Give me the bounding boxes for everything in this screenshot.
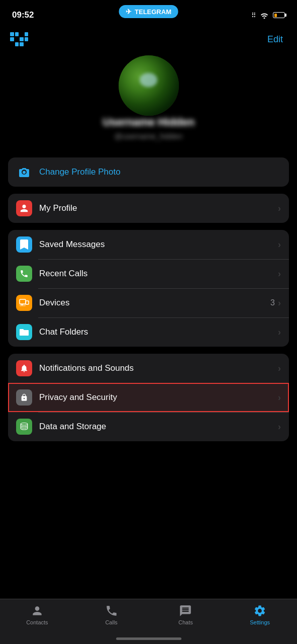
svg-rect-29 — [152, 76, 158, 83]
signal-icon: ⠿ — [251, 12, 256, 19]
privacy-security-label: Privacy and Security — [39, 392, 278, 403]
chevron-icon: › — [278, 327, 281, 338]
svg-rect-5 — [134, 64, 139, 69]
devices-badge: 3 — [270, 298, 275, 307]
svg-rect-49 — [156, 90, 162, 95]
svg-rect-74 — [20, 304, 26, 306]
camera-icon — [16, 164, 32, 180]
home-indicator — [116, 637, 181, 640]
devices-item[interactable]: Devices 3 › — [8, 288, 289, 317]
svg-rect-25 — [132, 74, 137, 82]
change-photo-label: Change Profile Photo — [39, 167, 121, 177]
svg-rect-18 — [146, 68, 150, 74]
bookmark-icon — [16, 236, 32, 253]
svg-rect-66 — [146, 100, 152, 107]
my-profile-item[interactable]: My Profile › — [8, 194, 289, 223]
svg-point-33 — [139, 78, 153, 91]
qr-icon[interactable] — [10, 32, 28, 50]
svg-rect-7 — [141, 65, 146, 71]
svg-rect-23 — [121, 75, 126, 82]
status-bar: 09:52 ✈ TELEGRAM ⠿ — [0, 0, 297, 27]
svg-rect-48 — [151, 88, 156, 95]
svg-rect-22 — [166, 69, 172, 74]
svg-rect-37 — [126, 82, 132, 88]
svg-point-1 — [119, 55, 179, 116]
svg-rect-59 — [160, 95, 165, 101]
svg-rect-15 — [130, 73, 135, 78]
svg-rect-14 — [124, 70, 130, 75]
wifi-icon — [260, 12, 269, 19]
data-storage-item[interactable]: Data and Storage › — [8, 412, 289, 441]
notifications-sounds-label: Notifications and Sounds — [39, 363, 278, 373]
svg-rect-70 — [168, 100, 175, 107]
avatar-section: Username Hidden @username_hidden — [0, 50, 297, 150]
user-name: Username Hidden — [103, 116, 194, 129]
svg-rect-32 — [169, 75, 175, 83]
svg-rect-54 — [132, 94, 138, 101]
recent-calls-label: Recent Calls — [39, 269, 278, 279]
tab-chats[interactable]: Chats — [149, 604, 223, 625]
svg-rect-63 — [130, 102, 135, 107]
svg-rect-36 — [121, 83, 126, 88]
svg-rect-30 — [158, 74, 163, 82]
bell-icon — [16, 360, 32, 376]
section-my-profile: My Profile › — [8, 194, 289, 223]
tab-contacts[interactable]: Contacts — [0, 604, 74, 625]
svg-rect-4 — [129, 68, 135, 73]
person-icon — [16, 200, 32, 216]
svg-rect-56 — [143, 94, 149, 101]
recent-calls-item[interactable]: Recent Calls › — [8, 259, 289, 288]
svg-rect-16 — [135, 69, 141, 75]
status-time: 09:52 — [12, 10, 34, 20]
edit-button[interactable]: Edit — [263, 32, 287, 47]
top-controls: Edit — [0, 27, 297, 50]
section-settings-menu: Notifications and Sounds › Privacy and S… — [8, 354, 289, 441]
chevron-icon: › — [278, 269, 281, 279]
svg-rect-2 — [121, 65, 126, 70]
my-profile-label: My Profile — [39, 203, 278, 213]
notifications-sounds-item[interactable]: Notifications and Sounds › — [8, 354, 289, 383]
svg-rect-47 — [145, 91, 151, 96]
devices-label: Devices — [39, 298, 270, 308]
change-profile-photo-item[interactable]: Change Profile Photo — [8, 157, 289, 187]
svg-rect-24 — [126, 76, 132, 83]
settings-tab-label: Settings — [250, 619, 270, 625]
contacts-tab-label: Contacts — [26, 619, 48, 625]
section-change-photo: Change Profile Photo — [8, 157, 289, 187]
svg-rect-3 — [126, 63, 130, 67]
svg-rect-17 — [141, 71, 146, 76]
folder-icon — [16, 324, 32, 340]
privacy-security-item[interactable]: Privacy and Security › — [8, 383, 289, 412]
svg-rect-43 — [123, 88, 129, 94]
svg-rect-39 — [137, 80, 143, 87]
tab-settings[interactable]: Settings — [223, 604, 297, 625]
svg-rect-41 — [161, 84, 167, 89]
chat-folders-label: Chat Folders — [39, 327, 278, 337]
svg-rect-72 — [26, 301, 29, 304]
avatar — [119, 55, 179, 116]
chevron-icon: › — [278, 298, 281, 308]
chevron-icon: › — [278, 392, 281, 403]
svg-rect-10 — [156, 64, 160, 69]
svg-rect-57 — [149, 96, 154, 102]
contacts-tab-icon — [31, 604, 44, 617]
svg-rect-11 — [160, 61, 165, 66]
svg-rect-71 — [20, 299, 26, 304]
chevron-icon: › — [278, 239, 281, 250]
svg-rect-60 — [165, 96, 171, 101]
svg-rect-51 — [167, 89, 173, 95]
chat-folders-item[interactable]: Chat Folders › — [8, 317, 289, 347]
svg-rect-68 — [157, 100, 163, 107]
tab-calls[interactable]: Calls — [74, 604, 149, 625]
svg-rect-21 — [161, 66, 166, 72]
svg-rect-64 — [135, 100, 141, 107]
lock-icon — [16, 389, 32, 406]
svg-rect-55 — [138, 96, 143, 102]
svg-rect-65 — [141, 102, 146, 107]
saved-messages-item[interactable]: Saved Messages › — [8, 230, 289, 259]
battery-icon — [273, 12, 285, 18]
svg-rect-13 — [169, 63, 174, 69]
svg-rect-8 — [146, 63, 152, 68]
svg-rect-44 — [129, 90, 134, 96]
svg-rect-50 — [162, 87, 167, 94]
